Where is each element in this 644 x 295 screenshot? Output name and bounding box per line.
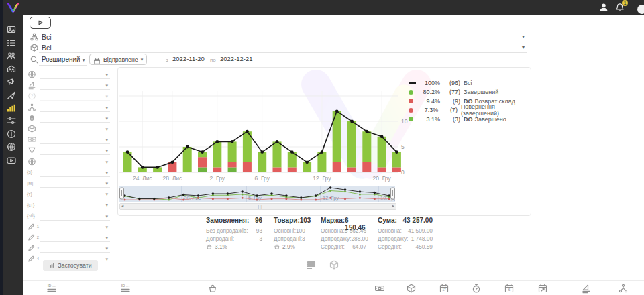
chevron-down-icon: ▾	[105, 257, 108, 262]
scroll-left-icon[interactable]: ◂	[121, 203, 123, 209]
calendar-17-icon[interactable]: 17	[439, 283, 449, 294]
legend-item[interactable]: 100%(96)Всі	[409, 78, 531, 88]
stat-main-row: Замовлення:96	[206, 217, 262, 227]
list-view-icon[interactable]	[306, 259, 317, 270]
orders-icon[interactable]	[6, 38, 17, 48]
legend-count: (3)	[444, 116, 460, 123]
stat-sub-row: Основна:5 862.46	[321, 227, 366, 235]
orders-chart[interactable]: 051024. Лис28. Лис2. Гру6. Гру12. Гру20.…	[119, 70, 408, 187]
video-icon[interactable]	[6, 155, 17, 166]
filter-select-17[interactable]: 3▾	[27, 243, 110, 254]
legend-count: (77)	[444, 88, 460, 95]
settings-icon[interactable]	[6, 115, 17, 126]
scroll-right-icon[interactable]: ▸	[392, 203, 394, 209]
filter-select-3[interactable]: ?▾	[27, 91, 110, 102]
chevron-down-icon: ▾	[105, 181, 108, 186]
stat-value: 100	[296, 227, 305, 234]
svg-text:ID: ID	[48, 284, 52, 288]
chart-navigator[interactable]: 28. Лис5. Гру12. Гру19. Гру	[119, 186, 395, 204]
filter-select-2[interactable]: ▾	[27, 80, 110, 91]
chevron-down-icon: ▾	[105, 235, 108, 241]
stopwatch-icon[interactable]	[471, 283, 482, 294]
filter-select-6[interactable]: ▾	[27, 124, 110, 135]
chevron-down-icon: ▾	[105, 214, 108, 219]
basket-icon[interactable]	[207, 283, 218, 294]
date-type-select[interactable]: Відправлене ▾	[89, 54, 147, 65]
filter-select-4[interactable]: ▾	[27, 103, 110, 113]
scrollbar-grip[interactable]: |||	[258, 204, 263, 209]
stat-label: Допродажу:	[378, 235, 408, 242]
globe-icon[interactable]	[6, 141, 17, 152]
warehouse-icon[interactable]	[6, 64, 17, 74]
id-card-icon[interactable]: ID	[120, 283, 131, 294]
filter-select-5[interactable]: ▾	[27, 113, 110, 124]
legend-pct: 9.4%	[419, 98, 440, 105]
svg-text:28. Лис: 28. Лис	[163, 175, 183, 182]
svg-text:24. Лис: 24. Лис	[133, 175, 153, 182]
filter-select-13[interactable]: {ст}▾	[27, 200, 110, 211]
calendar-6-icon[interactable]: 6	[504, 283, 515, 294]
svg-text:12. Гру: 12. Гру	[313, 175, 331, 182]
filter-select-10[interactable]: {s}▾	[27, 168, 110, 178]
status-icon	[30, 32, 39, 42]
product-select[interactable]: Всі ▾	[30, 43, 527, 53]
filter-select-8[interactable]: ▾	[27, 145, 110, 156]
box-view-icon[interactable]	[329, 259, 339, 270]
product-select-value: Всі	[42, 44, 52, 52]
status-select-value: Всі	[42, 33, 52, 41]
id-list-icon[interactable]: ID	[46, 283, 57, 294]
date-from-input[interactable]: 2022-11-20	[171, 55, 206, 64]
stat-value: 2.9%	[282, 243, 295, 250]
brand-logo-icon[interactable]	[5, 2, 21, 16]
package-icon[interactable]	[406, 283, 417, 294]
banknote-icon[interactable]	[374, 283, 385, 294]
legend-label: Завершений	[464, 88, 498, 95]
token-icon: {м}	[27, 178, 37, 188]
send-icon[interactable]	[6, 90, 17, 101]
user-avatar-icon[interactable]	[598, 2, 609, 13]
legend-item[interactable]: 80.2%(77)Завершений	[409, 88, 531, 97]
stat-upsell-pct: 3.1%	[206, 243, 262, 251]
dashboard-icon[interactable]	[6, 24, 17, 35]
help-icon: ?	[27, 91, 37, 101]
filter-select-15[interactable]: 1▾	[27, 222, 110, 233]
edge-avatar[interactable]	[631, 2, 641, 13]
stat-label: Основна:	[321, 227, 345, 234]
stat-label: Сума:	[378, 217, 397, 227]
chart-scrollbar[interactable]: ◂ ▸ |||	[119, 203, 396, 210]
funnel-icon	[27, 145, 37, 155]
stat-label: Допродажу:	[321, 235, 351, 242]
video-help-button[interactable]	[30, 17, 51, 29]
ruler-icon[interactable]	[581, 283, 592, 294]
promo-icon[interactable]	[6, 76, 17, 87]
stat-label: Замовлення:	[206, 217, 249, 227]
stat-label: Без допродажів:	[206, 227, 248, 234]
filter-select-1[interactable]: ▾	[27, 70, 110, 80]
filter-select-11[interactable]: {м}▾	[27, 178, 110, 189]
bell-icon[interactable]: 1	[614, 2, 625, 13]
search-row: Розширений▾ Відправлене ▾ з 2022-11-20 п…	[30, 54, 527, 66]
filter-select-9[interactable]: ▾	[27, 157, 110, 168]
calendar-export-icon[interactable]	[537, 283, 548, 294]
calendar-icon	[93, 56, 101, 63]
stats-icon[interactable]	[6, 103, 17, 113]
date-to-input[interactable]: 2022-12-21	[219, 55, 254, 64]
banknote-icon	[27, 135, 37, 144]
hierarchy-icon[interactable]	[618, 283, 629, 294]
search-mode-select[interactable]: Розширений▾	[42, 56, 85, 63]
apply-button[interactable]: Застосувати	[43, 260, 98, 271]
clients-icon[interactable]	[6, 50, 17, 61]
filter-select-14[interactable]: {зб}▾	[27, 211, 110, 222]
svg-text:ID: ID	[121, 284, 125, 288]
search-icon[interactable]	[30, 55, 39, 64]
stat-label: Основна:	[378, 227, 402, 234]
filter-select-12[interactable]: {т}▾	[27, 189, 110, 200]
svg-text:2. Гру: 2. Гру	[210, 175, 225, 182]
chevron-down-icon: ▾	[105, 137, 108, 143]
legend-item[interactable]: 7.3%(7)Повернення (завершений)	[409, 106, 531, 115]
chevron-down-icon: ▾	[105, 202, 108, 208]
info-icon[interactable]	[6, 129, 17, 139]
filter-select-7[interactable]: ▾	[27, 135, 110, 145]
status-select[interactable]: Всі ▾	[30, 32, 527, 42]
filter-select-16[interactable]: 2▾	[27, 233, 110, 243]
